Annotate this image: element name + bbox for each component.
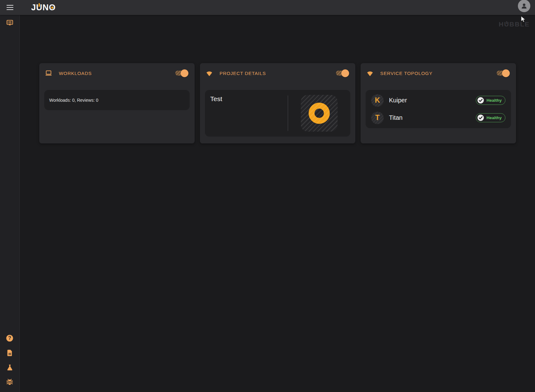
project-details-panel: Test xyxy=(205,90,350,137)
project-details-toggle[interactable] xyxy=(336,69,349,77)
status-badge: Healthy xyxy=(476,96,505,105)
document-icon xyxy=(6,349,14,357)
project-details-card-header: PROJECT DETAILS xyxy=(205,68,350,78)
logo-letter: N xyxy=(43,3,49,12)
service-topology-card-title: SERVICE TOPOLOGY xyxy=(380,71,433,76)
user-avatar-button[interactable] xyxy=(518,0,530,12)
status-label: Healthy xyxy=(486,115,502,120)
project-logo-area xyxy=(288,90,350,137)
sidebar-item-lab[interactable] xyxy=(6,363,14,371)
sidebar-item-docs[interactable] xyxy=(6,349,14,357)
sidebar-item-console[interactable] xyxy=(6,19,14,27)
workloads-toggle[interactable] xyxy=(175,69,188,77)
mouse-cursor xyxy=(521,16,526,23)
check-circle-icon xyxy=(477,97,484,104)
fan-wedge-icon xyxy=(366,70,374,77)
dvr-icon xyxy=(6,19,14,27)
workloads-card-title: WORKLOADS xyxy=(59,71,92,76)
flask-icon xyxy=(6,364,14,371)
workloads-summary-text: Workloads: 0, Reviews: 0 xyxy=(49,98,98,103)
service-list-panel: K Kuiper Healthy T Titan xyxy=(366,90,511,128)
check-circle-icon xyxy=(477,114,484,121)
project-details-card-title: PROJECT DETAILS xyxy=(220,71,266,76)
sidebar-item-help[interactable]: ? xyxy=(6,334,14,342)
workloads-card: WORKLOADS Workloads: 0, Reviews: 0 xyxy=(39,63,195,143)
service-topology-card-header: SERVICE TOPOLOGY xyxy=(366,68,511,78)
service-avatar: K xyxy=(371,94,384,107)
project-logo-ring xyxy=(309,103,330,124)
service-name: Kuiper xyxy=(389,97,407,104)
project-details-card: PROJECT DETAILS Test xyxy=(200,63,355,143)
service-row-kuiper[interactable]: K Kuiper Healthy xyxy=(371,92,505,109)
project-logo-tile xyxy=(301,95,338,132)
sidebar-item-debug[interactable] xyxy=(6,378,14,386)
svg-text:?: ? xyxy=(8,335,11,341)
service-topology-card: SERVICE TOPOLOGY K Kuiper xyxy=(361,63,516,143)
service-row-titan[interactable]: T Titan Healthy xyxy=(371,109,505,127)
project-name: Test xyxy=(210,95,222,102)
toggle-knob xyxy=(181,69,188,77)
person-icon xyxy=(520,2,528,10)
logo-letter: J xyxy=(31,3,36,12)
toggle-knob xyxy=(502,69,510,77)
top-app-bar: JUNO xyxy=(0,0,535,15)
juno-logo: JUNO xyxy=(31,3,56,12)
bug-icon xyxy=(6,378,14,386)
logo-letter-o: O xyxy=(49,3,56,12)
status-badge: Healthy xyxy=(476,113,505,122)
sidebar-bottom-group: ? xyxy=(6,334,14,386)
dashboard-cards-row: WORKLOADS Workloads: 0, Reviews: 0 PROJE… xyxy=(39,63,516,143)
fan-wedge-icon xyxy=(205,70,213,77)
workloads-summary-panel: Workloads: 0, Reviews: 0 xyxy=(44,90,190,110)
toggle-knob xyxy=(341,69,349,77)
status-label: Healthy xyxy=(486,98,502,103)
main-content: HUBBLE WORKLOADS Workloads: 0, Reviews: … xyxy=(20,15,535,392)
left-sidebar: ? xyxy=(0,15,20,392)
service-topology-toggle[interactable] xyxy=(497,69,510,77)
laptop-icon xyxy=(45,69,53,77)
workloads-card-header: WORKLOADS xyxy=(44,68,190,78)
service-name: Titan xyxy=(389,114,403,121)
service-avatar: T xyxy=(371,112,384,124)
question-circle-icon: ? xyxy=(6,334,14,342)
logo-letter-u: U xyxy=(36,3,43,12)
hamburger-menu-button[interactable] xyxy=(7,5,13,10)
project-info: Test xyxy=(205,90,288,137)
hamburger-icon xyxy=(7,5,13,6)
